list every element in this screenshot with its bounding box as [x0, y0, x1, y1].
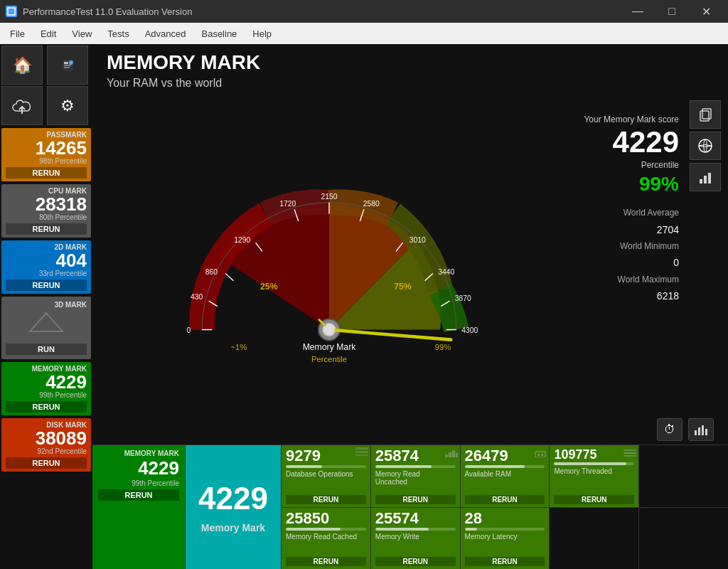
bottom-big-label: Memory Mark: [201, 522, 265, 533]
main-layout: 🏠 i ⚙ PAS: [0, 44, 728, 569]
sidebar-disk-card[interactable]: DISK MARK 38089 92nd Percentile RERUN: [1, 418, 91, 472]
memory-read-uncached-score: 25874: [375, 448, 456, 464]
menu-file[interactable]: File: [3, 26, 32, 42]
twod-rerun-button[interactable]: RERUN: [6, 280, 87, 291]
twod-score: 404: [6, 251, 87, 270]
copy-score-button[interactable]: [690, 100, 721, 129]
maximize-button[interactable]: □: [655, 0, 688, 23]
sidebar: 🏠 i ⚙ PAS: [0, 44, 92, 569]
sidebar-memory-card[interactable]: MEMORY MARK 4229 99th Percentile RERUN: [1, 362, 91, 415]
memory-latency-score: 28: [465, 511, 545, 526]
memory-latency-rerun-button[interactable]: RERUN: [465, 557, 545, 566]
menu-bar: File Edit View Tests Advanced Baseline H…: [0, 23, 728, 44]
menu-edit[interactable]: Edit: [33, 26, 63, 42]
menu-advanced[interactable]: Advanced: [138, 26, 193, 42]
test-card-available-ram: 26479 Available RAM RERUN: [461, 445, 550, 507]
svg-text:860: 860: [205, 268, 218, 276]
passmark-score: 14265: [6, 139, 87, 157]
svg-rect-49: [708, 173, 711, 184]
sidebar-2d-card[interactable]: 2D MARK 404 33rd Percentile RERUN: [1, 240, 91, 294]
memory-threaded-rerun-button[interactable]: RERUN: [554, 495, 634, 504]
chart-button[interactable]: [690, 163, 721, 191]
svg-text:Percentile: Percentile: [311, 354, 346, 363]
disk-rerun-button[interactable]: RERUN: [6, 457, 87, 469]
sidebar-passmark-card[interactable]: PASSMARK 14265 98th Percentile RERUN: [1, 128, 91, 181]
svg-rect-53: [705, 429, 707, 435]
menu-baseline[interactable]: Baseline: [194, 26, 244, 42]
svg-line-15: [225, 273, 233, 280]
passmark-percentile: 98th Percentile: [6, 157, 87, 165]
score-icons: [690, 100, 721, 191]
svg-point-41: [323, 324, 334, 335]
svg-text:~1%: ~1%: [230, 342, 247, 351]
gear-icon-button[interactable]: ⚙: [47, 86, 88, 125]
memory-read-cached-name: Memory Read Cached: [286, 533, 366, 556]
memory-read-uncached-rerun-button[interactable]: RERUN: [375, 495, 456, 504]
memory-latency-name: Memory Latency: [465, 533, 545, 556]
database-score: 9279: [286, 448, 366, 464]
world-average-value: 2704: [618, 221, 679, 239]
svg-text:25%: 25%: [260, 282, 278, 292]
svg-rect-52: [702, 425, 704, 435]
home-icon-button[interactable]: 🏠: [1, 46, 43, 85]
memory-write-score: 25574: [375, 511, 456, 526]
close-button[interactable]: ✕: [690, 0, 722, 23]
info-icon-button[interactable]: i: [47, 46, 88, 85]
menu-tests[interactable]: Tests: [100, 26, 136, 42]
sidebar-top-icons: 🏠 i ⚙: [0, 44, 92, 127]
cpu-percentile: 80th Percentile: [6, 213, 87, 221]
percentile-label: Percentile: [641, 160, 679, 170]
memory-read-uncached-name: Memory ReadUncached: [375, 470, 456, 494]
gauge-chart-button[interactable]: [688, 418, 714, 441]
gauge-svg: 0 430 860 1290 1720 2150: [159, 142, 500, 370]
svg-rect-60: [456, 453, 458, 457]
content-header: MEMORY MARK Your RAM vs the world: [92, 44, 728, 93]
memory-sidebar-percentile: 99th Percentile: [6, 391, 87, 399]
world-maximum-value: 6218: [618, 287, 679, 305]
svg-text:i: i: [70, 60, 71, 65]
svg-rect-47: [700, 179, 702, 184]
memory-read-cached-rerun-button[interactable]: RERUN: [286, 557, 366, 566]
bottom-memory-rerun-button[interactable]: RERUN: [98, 489, 179, 501]
test-card-memory-read-uncached: 25874 Memory ReadUncached RERUN: [371, 445, 460, 507]
menu-view[interactable]: View: [65, 26, 99, 42]
database-rerun-button[interactable]: RERUN: [286, 495, 366, 504]
test-cards-grid: 9279 Database Operations RERUN 25874 Mem…: [281, 445, 728, 569]
svg-rect-5: [64, 65, 71, 66]
svg-rect-58: [449, 452, 451, 457]
svg-rect-61: [535, 452, 545, 457]
svg-rect-57: [445, 454, 448, 457]
svg-text:0: 0: [186, 326, 191, 334]
title-bar: PerformanceTest 11.0 Evaluation Version …: [0, 0, 728, 23]
svg-text:2150: 2150: [321, 193, 337, 201]
menu-help[interactable]: Help: [245, 26, 279, 42]
minimize-button[interactable]: —: [621, 0, 654, 23]
cpu-rerun-button[interactable]: RERUN: [6, 223, 87, 235]
passmark-rerun-button[interactable]: RERUN: [6, 167, 87, 179]
gauge-timer-button[interactable]: ⏱: [657, 418, 682, 441]
cloud-icon-button[interactable]: [1, 86, 43, 125]
gauge-section: 0 430 860 1290 1720 2150: [92, 93, 728, 418]
disk-score: 38089: [6, 429, 87, 447]
bottom-big-score: 4229: [198, 481, 268, 516]
globe-button[interactable]: [690, 132, 721, 160]
threed-run-button[interactable]: RUN: [6, 344, 87, 355]
svg-rect-62: [537, 454, 540, 456]
test-card-database: 9279 Database Operations RERUN: [282, 445, 370, 507]
disk-percentile: 92nd Percentile: [6, 447, 87, 455]
svg-rect-51: [698, 427, 700, 435]
available-ram-rerun-button[interactable]: RERUN: [465, 495, 545, 504]
memory-write-rerun-button[interactable]: RERUN: [375, 557, 456, 566]
page-subtitle: Your RAM vs the world: [107, 77, 260, 90]
memory-sidebar-rerun-button[interactable]: RERUN: [6, 401, 87, 413]
svg-rect-63: [541, 454, 543, 456]
svg-text:3010: 3010: [409, 236, 425, 244]
bottom-big-score-card: 4229 Memory Mark: [185, 445, 281, 569]
test-card-memory-read-cached: 25850 Memory Read Cached RERUN: [282, 508, 370, 570]
sidebar-cpu-card[interactable]: CPU MARK 28318 80th Percentile RERUN: [1, 184, 91, 238]
gauge-container: 0 430 860 1290 1720 2150: [100, 93, 558, 418]
sidebar-3d-card[interactable]: 3D MARK RUN: [1, 297, 91, 359]
svg-rect-54: [355, 447, 368, 450]
bottom-memory-score: 4229: [98, 457, 179, 479]
app-title: PerformanceTest 11.0 Evaluation Version: [23, 6, 192, 17]
